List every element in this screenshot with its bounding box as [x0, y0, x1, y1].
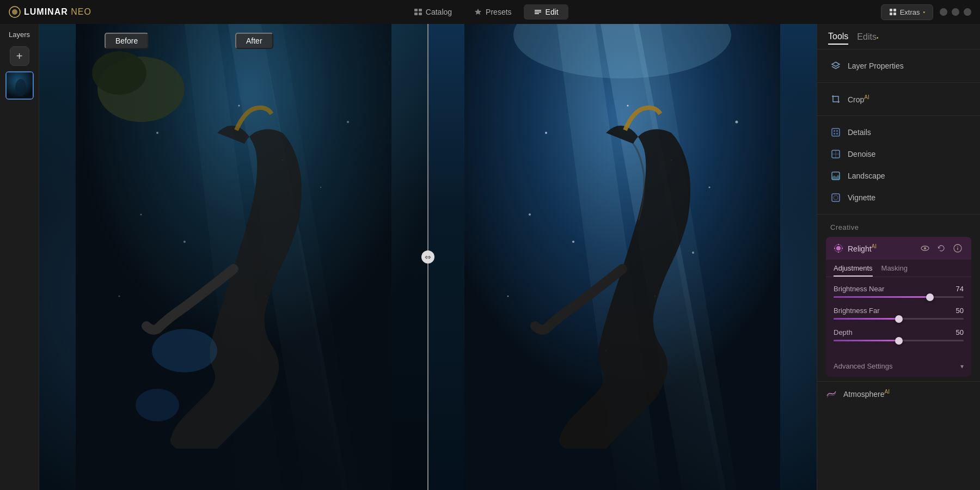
brightness-near-thumb[interactable] — [926, 293, 934, 301]
split-divider[interactable]: ⇔ — [427, 24, 428, 490]
brightness-far-track[interactable] — [834, 318, 964, 320]
brightness-near-track[interactable] — [834, 296, 964, 298]
relight-info-button[interactable] — [952, 242, 964, 254]
atmosphere-row[interactable]: AtmosphereAI — [817, 382, 980, 406]
svg-rect-58 — [832, 194, 840, 201]
landscape-icon — [830, 170, 841, 181]
svg-point-30 — [152, 329, 217, 372]
svg-rect-5 — [419, 13, 422, 15]
depth-fill — [834, 340, 899, 341]
svg-point-24 — [183, 241, 186, 243]
eye-icon — [921, 244, 929, 253]
svg-point-1 — [12, 9, 17, 15]
crop-item[interactable]: CropAI — [826, 88, 971, 110]
brightness-near-label: Brightness Near — [834, 285, 884, 293]
svg-point-60 — [836, 246, 841, 250]
tab-tools[interactable]: Tools — [828, 32, 848, 45]
svg-point-23 — [320, 187, 321, 188]
svg-point-20 — [92, 51, 146, 95]
layer-properties-label: Layer Properties — [848, 62, 904, 70]
tools-group: Details Denoise — [817, 116, 980, 215]
svg-rect-9 — [890, 9, 892, 11]
svg-point-45 — [507, 296, 509, 297]
maximize-button[interactable]: □ — [952, 8, 959, 16]
crop-label: CropAI — [848, 94, 869, 104]
after-button[interactable]: After — [235, 33, 273, 49]
svg-rect-3 — [419, 9, 422, 11]
svg-rect-53 — [836, 133, 838, 134]
landscape-item[interactable]: Landscape — [826, 165, 971, 187]
crop-icon — [830, 94, 841, 105]
before-button[interactable]: Before — [105, 33, 149, 49]
relight-header[interactable]: RelightAI — [826, 237, 971, 260]
svg-rect-11 — [890, 13, 892, 15]
layer-properties-item[interactable]: Layer Properties — [826, 55, 971, 77]
close-button[interactable]: ✕ — [964, 8, 971, 16]
layers-title: Layers — [9, 30, 30, 39]
layer-thumbnail[interactable] — [5, 71, 34, 100]
reset-icon — [937, 244, 946, 253]
svg-rect-51 — [836, 130, 838, 132]
brightness-far-value: 50 — [956, 307, 964, 315]
nav-presets[interactable]: Presets — [464, 4, 521, 20]
svg-point-27 — [347, 121, 349, 123]
creative-section: Creative — [817, 215, 980, 382]
nav-catalog[interactable]: Catalog — [404, 4, 462, 20]
image-after — [428, 24, 817, 490]
brightness-far-row: Brightness Far 50 — [834, 307, 964, 320]
window-controls: – □ ✕ — [940, 8, 971, 16]
relight-reset-button[interactable] — [935, 242, 947, 254]
canvas-area: ⇔ — [39, 24, 817, 490]
right-panel: Tools Edits• Layer Properties — [817, 24, 980, 490]
extras-button[interactable]: Extras• — [881, 4, 933, 20]
svg-point-40 — [572, 241, 574, 243]
presets-icon — [474, 8, 482, 16]
svg-point-14 — [15, 79, 26, 96]
layer-properties-section: Layer Properties — [817, 50, 980, 83]
split-handle[interactable]: ⇔ — [421, 250, 434, 264]
layer-thumb-preview — [7, 72, 33, 99]
details-label: Details — [848, 128, 871, 137]
edit-icon — [534, 8, 542, 16]
depth-value: 50 — [956, 328, 964, 336]
vignette-item[interactable]: Vignette — [826, 187, 971, 209]
nav-edit[interactable]: Edit — [524, 4, 568, 20]
svg-point-26 — [140, 214, 142, 216]
crop-section: CropAI — [817, 83, 980, 116]
adj-tab-adjustments[interactable]: Adjustments — [834, 264, 873, 277]
details-item[interactable]: Details — [826, 121, 971, 143]
depth-thumb[interactable] — [895, 337, 903, 345]
denoise-item[interactable]: Denoise — [826, 143, 971, 165]
relight-title: RelightAI — [848, 243, 877, 253]
svg-point-29 — [119, 296, 120, 297]
svg-point-39 — [709, 187, 710, 188]
svg-rect-49 — [832, 128, 840, 136]
depth-track[interactable] — [834, 340, 964, 341]
creative-heading: Creative — [826, 219, 971, 234]
atmosphere-label: AtmosphereAI — [843, 389, 890, 399]
panel-tabs: Tools Edits• — [817, 24, 980, 50]
brightness-far-label: Brightness Far — [834, 307, 880, 315]
atmosphere-icon — [826, 388, 837, 399]
minimize-button[interactable]: – — [940, 8, 947, 16]
advanced-settings-row[interactable]: Advanced Settings ▾ — [826, 356, 971, 377]
svg-rect-10 — [893, 9, 896, 11]
chevron-down-icon: ▾ — [960, 363, 964, 370]
catalog-icon — [414, 8, 422, 16]
depth-row: Depth 50 — [834, 328, 964, 341]
add-layer-button[interactable]: + — [10, 46, 29, 66]
brightness-far-fill — [834, 318, 899, 320]
relight-visibility-button[interactable] — [919, 242, 931, 254]
svg-point-67 — [924, 247, 926, 249]
denoise-icon — [830, 149, 841, 160]
svg-point-37 — [545, 132, 547, 134]
relight-panel: RelightAI — [826, 237, 971, 377]
svg-rect-4 — [414, 13, 418, 15]
svg-rect-12 — [893, 13, 896, 15]
svg-point-31 — [136, 389, 179, 421]
brightness-far-thumb[interactable] — [895, 315, 903, 323]
tab-edits[interactable]: Edits• — [857, 32, 878, 44]
adj-tab-masking[interactable]: Masking — [881, 264, 908, 277]
svg-rect-50 — [834, 130, 835, 132]
info-icon — [953, 244, 962, 253]
